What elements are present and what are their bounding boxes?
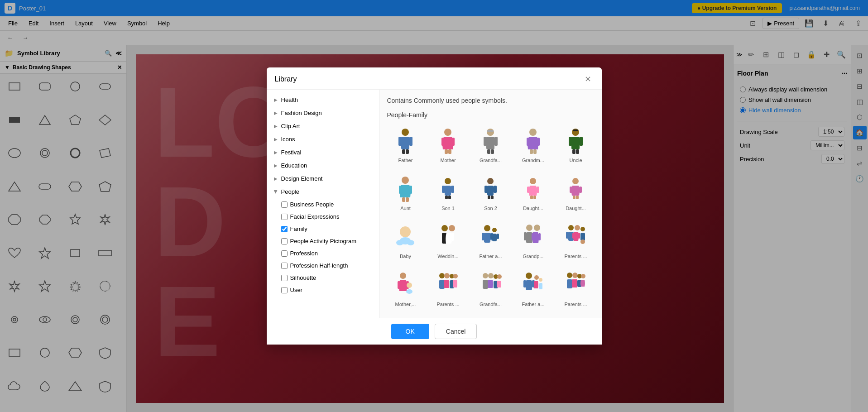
subcategory-user[interactable]: User — [267, 284, 379, 296]
symbol-aunt[interactable]: Aunt — [387, 172, 424, 215]
grandfather-label: Grandfa... — [480, 158, 502, 163]
symbol-grandmother[interactable]: Grandm... — [515, 124, 552, 167]
parents1-label: Parents ... — [564, 254, 587, 259]
symbol-uncle[interactable]: Uncle — [557, 124, 595, 167]
grandfather2-label: Grandfa... — [480, 302, 502, 307]
mother-child-icon — [392, 272, 419, 299]
symbols-grid: Father M — [387, 124, 595, 311]
svg-rect-116 — [524, 232, 527, 240]
svg-rect-82 — [487, 186, 494, 196]
category-education[interactable]: ▶ Education — [267, 159, 379, 172]
symbol-son1[interactable]: Son 1 — [430, 172, 467, 215]
svg-rect-67 — [580, 137, 583, 146]
facial-expressions-label: Facial Expressions — [290, 213, 340, 220]
business-people-checkbox[interactable] — [281, 201, 288, 208]
svg-rect-83 — [484, 186, 488, 193]
user-checkbox[interactable] — [281, 287, 288, 293]
category-health[interactable]: ▶ Health — [267, 93, 379, 106]
dialog-content: Contains Commonly used people symbols. P… — [380, 90, 602, 318]
category-design-element[interactable]: ▶ Design Element — [267, 172, 379, 185]
svg-rect-55 — [494, 137, 498, 146]
svg-point-99 — [396, 240, 403, 245]
daughter1-label: Daught... — [523, 206, 543, 211]
father-and2-icon — [520, 272, 547, 299]
category-health-label: Health — [281, 96, 298, 103]
svg-point-106 — [484, 225, 490, 231]
symbol-parents2[interactable]: Parents ... — [430, 268, 467, 311]
svg-rect-88 — [527, 187, 530, 193]
svg-point-70 — [402, 177, 409, 184]
svg-rect-68 — [572, 149, 575, 154]
business-people-label: Business People — [290, 201, 334, 208]
svg-point-92 — [572, 178, 579, 184]
svg-rect-93 — [570, 187, 572, 193]
symbols-section-title: People-Family — [387, 111, 595, 119]
profession-checkbox[interactable] — [281, 250, 288, 257]
svg-rect-53 — [486, 137, 494, 149]
facial-expressions-checkbox[interactable] — [281, 214, 288, 220]
subcategory-profession-half[interactable]: Profession Half-length — [267, 259, 379, 272]
category-festival-arrow: ▶ — [274, 150, 278, 155]
category-design-arrow: ▶ — [274, 176, 278, 181]
son2-label: Son 2 — [484, 206, 497, 211]
symbol-daughter1[interactable]: Daught... — [515, 172, 552, 215]
svg-rect-48 — [452, 138, 455, 146]
baby-icon — [392, 224, 419, 251]
dialog-close-button[interactable]: ✕ — [583, 74, 594, 85]
svg-rect-112 — [490, 234, 493, 239]
svg-rect-105 — [451, 233, 454, 241]
subcategory-facial-expressions[interactable]: Facial Expressions — [267, 211, 379, 223]
people-activity-label: People Activity Pictogram — [290, 238, 357, 244]
svg-rect-123 — [566, 232, 569, 239]
svg-point-46 — [444, 129, 451, 136]
symbol-father-and2[interactable]: Father a... — [515, 268, 552, 311]
svg-rect-54 — [484, 137, 487, 146]
symbol-wedding[interactable]: Weddin... — [430, 220, 467, 263]
symbol-grandparents[interactable]: Grandp... — [515, 220, 552, 263]
svg-point-102 — [449, 225, 455, 231]
symbol-mother-child[interactable]: Mother,... — [387, 268, 424, 311]
subcategory-profession[interactable]: Profession — [267, 247, 379, 259]
symbol-daughter2[interactable]: Daught... — [557, 172, 595, 215]
symbol-father-and[interactable]: Father a... — [472, 220, 509, 263]
svg-point-110 — [492, 228, 497, 232]
svg-point-97 — [400, 226, 411, 237]
category-festival[interactable]: ▶ Festival — [267, 146, 379, 159]
svg-rect-72 — [409, 186, 412, 194]
symbol-baby[interactable]: Baby — [387, 220, 424, 263]
category-clip-art[interactable]: ▶ Clip Art — [267, 120, 379, 133]
baby-label: Baby — [400, 254, 411, 259]
profession-half-checkbox[interactable] — [281, 263, 288, 269]
subcategory-business-people[interactable]: Business People — [267, 198, 379, 211]
svg-rect-143 — [483, 280, 488, 289]
symbol-son2[interactable]: Son 2 — [472, 172, 509, 215]
symbol-grandfather2[interactable]: Grandfa... — [472, 268, 509, 311]
cancel-button[interactable]: Cancel — [435, 324, 477, 339]
user-label: User — [290, 287, 302, 293]
svg-rect-69 — [576, 149, 579, 154]
subcategory-silhouette[interactable]: Silhouette — [267, 272, 379, 284]
symbol-father[interactable]: Father — [387, 124, 424, 167]
symbol-grandfather[interactable]: Grandfa... — [472, 124, 509, 167]
symbol-parents1[interactable]: Parents ... — [557, 220, 595, 263]
family-checkbox[interactable] — [281, 226, 288, 232]
category-fashion-design[interactable]: ▶ Fashion Design — [267, 106, 379, 120]
svg-rect-94 — [579, 187, 582, 193]
aunt-label: Aunt — [400, 206, 411, 211]
category-people[interactable]: ▶ People — [267, 185, 379, 198]
symbol-mother[interactable]: Mother — [430, 124, 467, 167]
father-icon — [392, 128, 419, 155]
mother-icon — [435, 128, 462, 155]
category-icons[interactable]: ▶ Icons — [267, 133, 379, 146]
svg-rect-111 — [492, 234, 497, 241]
category-health-arrow: ▶ — [274, 97, 278, 102]
grandmother-icon — [520, 128, 547, 155]
subcategory-people-activity[interactable]: People Activity Pictogram — [267, 235, 379, 247]
people-activity-checkbox[interactable] — [281, 238, 288, 244]
symbol-parents3[interactable]: Parents ... — [557, 268, 595, 311]
subcategory-family[interactable]: Family — [267, 223, 379, 235]
silhouette-checkbox[interactable] — [281, 275, 288, 281]
svg-point-147 — [497, 274, 502, 279]
category-icons-label: Icons — [281, 136, 295, 143]
ok-button[interactable]: OK — [391, 324, 429, 339]
